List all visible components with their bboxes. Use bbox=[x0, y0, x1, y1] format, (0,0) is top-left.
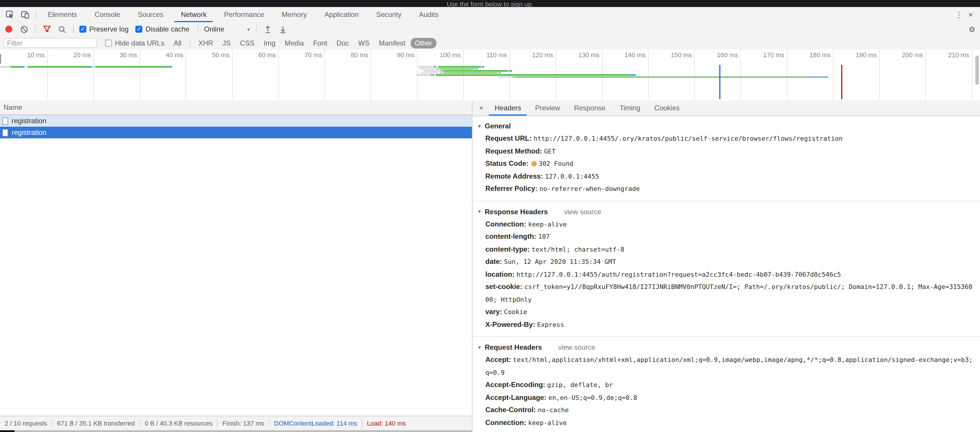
timeline-tick-label: 140 ms bbox=[624, 51, 646, 58]
header-row: Request Method: GET bbox=[477, 145, 975, 158]
header-name: Accept-Encoding: bbox=[485, 381, 547, 389]
table-row-request[interactable]: registration bbox=[0, 115, 472, 127]
throttling-value: Online bbox=[204, 25, 224, 33]
filter-funnel-icon[interactable] bbox=[41, 24, 52, 34]
disable-cache-checkbox[interactable]: ✓ bbox=[135, 26, 143, 33]
tab-performance[interactable]: Performance bbox=[215, 7, 273, 22]
waterfall-segment-stalled bbox=[433, 66, 437, 67]
filter-chip-css[interactable]: CSS bbox=[236, 38, 258, 48]
filter-chip-manifest[interactable]: Manifest bbox=[375, 38, 409, 48]
kebab-menu-icon[interactable]: ⋮ bbox=[953, 10, 965, 19]
chevron-down-icon: ▼ bbox=[247, 27, 251, 31]
hide-data-urls-label[interactable]: Hide data URLs bbox=[115, 39, 164, 47]
requests-pane: Name registrationregistration 2 / 10 req… bbox=[0, 100, 473, 432]
tab-application[interactable]: Application bbox=[316, 7, 367, 22]
header-value: text/html; charset=utf-8 bbox=[532, 245, 624, 253]
waterfall-segment-waiting bbox=[11, 66, 21, 67]
details-tab-preview[interactable]: Preview bbox=[528, 100, 567, 116]
waterfall-segment-waiting bbox=[443, 72, 498, 73]
status-item: 2 / 10 requests bbox=[0, 420, 52, 427]
details-tab-timing[interactable]: Timing bbox=[612, 100, 647, 116]
toolbar-separator bbox=[256, 25, 257, 33]
tabbar-right-controls: ⋮ × bbox=[953, 7, 980, 22]
header-name: Request URL: bbox=[485, 134, 533, 142]
scrollbar-thumb[interactable] bbox=[975, 56, 979, 84]
disclosure-triangle-icon[interactable]: ▼ bbox=[477, 209, 482, 214]
search-icon[interactable] bbox=[57, 24, 67, 34]
timeline-tick-label: 60 ms bbox=[258, 51, 276, 58]
close-panel-icon[interactable]: × bbox=[475, 100, 488, 116]
hide-data-urls-checkbox[interactable] bbox=[105, 40, 112, 46]
filter-chip-all[interactable]: All bbox=[169, 38, 186, 48]
import-har-icon[interactable] bbox=[263, 24, 273, 34]
tab-memory[interactable]: Memory bbox=[273, 7, 316, 22]
disable-cache-label[interactable]: Disable cache bbox=[146, 25, 189, 33]
table-row-request[interactable]: registration bbox=[0, 127, 472, 139]
header-row: X-Powered-By: Express bbox=[477, 319, 975, 331]
tab-sources[interactable]: Sources bbox=[129, 7, 172, 22]
timeline-gridline bbox=[648, 49, 649, 100]
waterfall-segment-waiting bbox=[28, 66, 88, 67]
filter-bar: Hide data URLs AllXHRJSCSSImgMediaFontDo… bbox=[0, 36, 980, 50]
device-toolbar-icon[interactable] bbox=[18, 7, 33, 22]
section-title: Response Headers bbox=[485, 207, 548, 216]
inspect-element-icon[interactable] bbox=[2, 7, 18, 22]
devtools-window: Use the form below to sign up. ElementsC… bbox=[0, 0, 980, 432]
filter-chip-js[interactable]: JS bbox=[218, 38, 235, 48]
tab-network[interactable]: Network bbox=[172, 7, 215, 22]
details-tabs: HeadersPreviewResponseTimingCookies bbox=[488, 100, 687, 116]
details-tab-response[interactable]: Response bbox=[567, 100, 612, 116]
filter-chip-xhr[interactable]: XHR bbox=[194, 38, 217, 48]
tab-audits[interactable]: Audits bbox=[410, 7, 447, 22]
waterfall-segment-stalled bbox=[512, 76, 515, 78]
header-name: X-Powered-By: bbox=[485, 320, 537, 328]
disclosure-triangle-icon[interactable]: ▼ bbox=[477, 123, 482, 129]
filter-chip-img[interactable]: Img bbox=[259, 38, 279, 48]
tab-elements[interactable]: Elements bbox=[39, 7, 86, 22]
waterfall-segment-content bbox=[482, 66, 484, 67]
waterfall-segment-content bbox=[474, 68, 478, 70]
gear-icon[interactable]: ⚙ bbox=[969, 25, 975, 33]
preserve-log-label[interactable]: Preserve log bbox=[89, 25, 129, 33]
view-source-link[interactable]: view source bbox=[564, 207, 601, 216]
preserve-log-checkbox[interactable]: ✓ bbox=[80, 26, 86, 33]
filter-chip-ws[interactable]: WS bbox=[354, 38, 374, 48]
disclosure-triangle-icon[interactable]: ▼ bbox=[477, 345, 482, 350]
header-row: set-cookie: csrf_token=y1//BqpRxuFY8Hw41… bbox=[477, 281, 975, 306]
header-row: Host: 127.0.0.1:4455 bbox=[477, 429, 975, 432]
clear-icon[interactable] bbox=[19, 24, 29, 34]
document-icon bbox=[2, 129, 8, 136]
header-row: Request URL: http://127.0.0.1:4455/.ory/… bbox=[477, 132, 975, 145]
filter-input[interactable] bbox=[3, 38, 97, 48]
details-tab-headers[interactable]: Headers bbox=[488, 100, 528, 116]
throttling-dropdown[interactable]: Online ▼ bbox=[204, 25, 251, 33]
network-overview[interactable]: 10 ms20 ms30 ms40 ms50 ms60 ms70 ms80 ms… bbox=[0, 49, 980, 101]
tab-security[interactable]: Security bbox=[368, 7, 410, 22]
toolbar-separator bbox=[198, 25, 198, 33]
waterfall-segment-waiting bbox=[95, 66, 170, 67]
details-tab-cookies[interactable]: Cookies bbox=[647, 100, 687, 116]
section-header[interactable]: ▼Request Headersview source bbox=[477, 343, 975, 352]
record-button[interactable] bbox=[5, 26, 12, 33]
header-row: vary: Cookie bbox=[477, 306, 975, 319]
tab-console[interactable]: Console bbox=[86, 7, 129, 22]
header-row: Connection: keep-alive bbox=[477, 416, 975, 429]
filter-chip-other[interactable]: Other bbox=[410, 38, 436, 48]
header-name: content-type: bbox=[485, 245, 532, 253]
header-row: Referrer Policy: no-referrer-when-downgr… bbox=[477, 183, 975, 195]
header-value: 302 Found bbox=[539, 160, 573, 167]
filter-chip-media[interactable]: Media bbox=[281, 38, 308, 48]
section-header[interactable]: ▼General bbox=[477, 121, 975, 131]
view-source-link[interactable]: view source bbox=[558, 343, 595, 351]
close-devtools-icon[interactable]: × bbox=[965, 10, 977, 19]
page-banner: Use the form below to sign up. bbox=[0, 0, 980, 7]
header-name: Connection: bbox=[485, 220, 528, 228]
waterfall-segment-queueing bbox=[416, 74, 429, 76]
name-column-header[interactable]: Name bbox=[0, 100, 472, 115]
filter-chip-font[interactable]: Font bbox=[309, 38, 331, 48]
timeline-tick-label: 120 ms bbox=[532, 51, 553, 58]
waterfall-segment-waiting bbox=[436, 74, 630, 76]
export-har-icon[interactable] bbox=[278, 24, 288, 34]
section-header[interactable]: ▼Response Headersview source bbox=[477, 207, 975, 216]
filter-chip-doc[interactable]: Doc bbox=[332, 38, 353, 48]
